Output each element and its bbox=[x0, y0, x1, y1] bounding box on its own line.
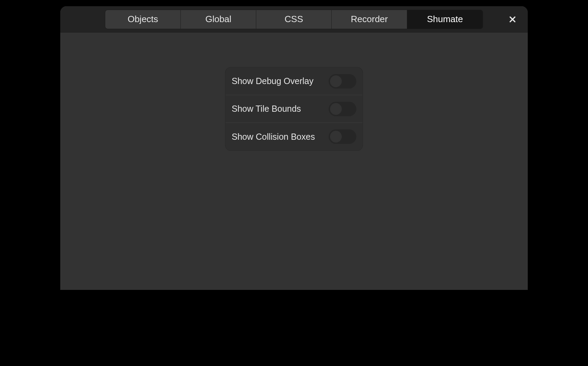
tab-label: CSS bbox=[285, 14, 303, 25]
tab-label: Shumate bbox=[427, 14, 463, 25]
toggle-knob bbox=[330, 131, 342, 143]
setting-row-collision-boxes: Show Collision Boxes bbox=[225, 123, 363, 150]
tab-label: Recorder bbox=[351, 14, 388, 25]
tab-label: Global bbox=[205, 14, 231, 25]
close-button[interactable] bbox=[506, 13, 519, 26]
tab-switcher: Objects Global CSS Recorder Shumate bbox=[105, 10, 483, 29]
tab-shumate[interactable]: Shumate bbox=[407, 10, 483, 29]
settings-panel: Show Debug Overlay Show Tile Bounds Show… bbox=[225, 67, 363, 151]
tab-objects[interactable]: Objects bbox=[105, 10, 181, 29]
tab-label: Objects bbox=[127, 14, 158, 25]
setting-label: Show Collision Boxes bbox=[232, 132, 315, 142]
tab-global[interactable]: Global bbox=[181, 10, 256, 29]
content-area: Show Debug Overlay Show Tile Bounds Show… bbox=[60, 33, 528, 290]
toggle-knob bbox=[330, 75, 342, 87]
setting-row-tile-bounds: Show Tile Bounds bbox=[225, 95, 363, 123]
toggle-tile-bounds[interactable] bbox=[329, 102, 356, 116]
inspector-window: Objects Global CSS Recorder Shumate bbox=[60, 6, 528, 290]
setting-label: Show Debug Overlay bbox=[232, 76, 313, 86]
setting-label: Show Tile Bounds bbox=[232, 104, 301, 114]
toggle-debug-overlay[interactable] bbox=[329, 74, 356, 89]
tab-recorder[interactable]: Recorder bbox=[332, 10, 407, 29]
toggle-knob bbox=[330, 103, 342, 115]
setting-row-debug-overlay: Show Debug Overlay bbox=[225, 67, 363, 95]
tab-css[interactable]: CSS bbox=[256, 10, 332, 29]
titlebar: Objects Global CSS Recorder Shumate bbox=[60, 6, 528, 33]
close-icon bbox=[509, 16, 516, 22]
toggle-collision-boxes[interactable] bbox=[329, 129, 356, 144]
